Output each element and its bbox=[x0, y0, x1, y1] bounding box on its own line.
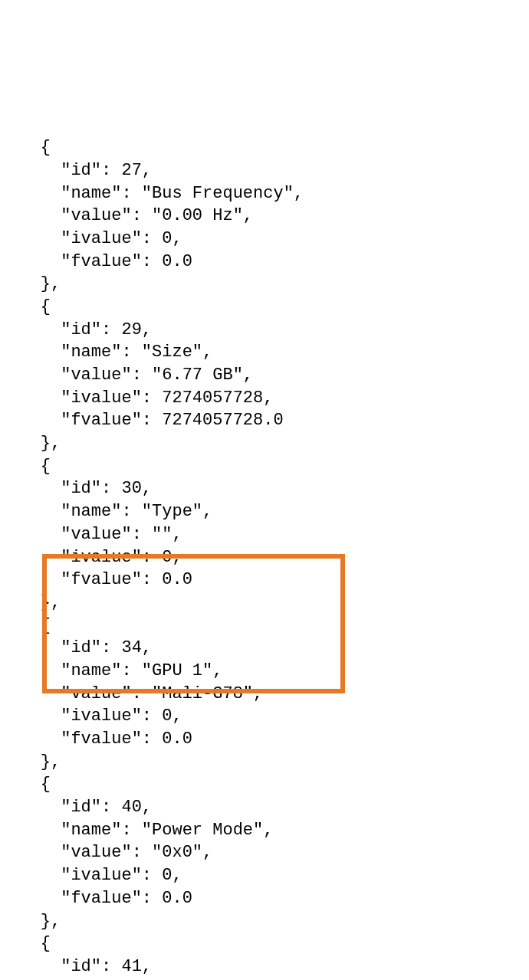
code-line: }, bbox=[0, 432, 529, 455]
code-line: "id": 40, bbox=[0, 796, 529, 819]
code-line: "name": "Size", bbox=[0, 341, 529, 364]
code-line: "id": 30, bbox=[0, 477, 529, 500]
code-line: { bbox=[0, 773, 529, 796]
code-line: { bbox=[0, 136, 529, 159]
code-line: "value": "0x0", bbox=[0, 841, 529, 864]
code-line: "ivalue": 0, bbox=[0, 228, 529, 251]
code-line: }, bbox=[0, 910, 529, 933]
code-line: "fvalue": 0.0 bbox=[0, 887, 529, 910]
code-line: "id": 41, bbox=[0, 955, 529, 978]
code-line: "value": "6.77 GB", bbox=[0, 364, 529, 387]
code-line: "id": 27, bbox=[0, 159, 529, 182]
code-line: "name": "GPU 1", bbox=[0, 660, 529, 683]
code-line: "ivalue": 0, bbox=[0, 546, 529, 569]
code-line: "fvalue": 0.0 bbox=[0, 251, 529, 274]
code-line: "id": 29, bbox=[0, 319, 529, 342]
code-line: "ivalue": 7274057728, bbox=[0, 387, 529, 410]
code-line: "name": "Bus Frequency", bbox=[0, 182, 529, 205]
code-line: { bbox=[0, 296, 529, 319]
code-line: }, bbox=[0, 273, 529, 296]
code-line: "fvalue": 0.0 bbox=[0, 569, 529, 592]
code-line: "value": "Mali-G78", bbox=[0, 683, 529, 706]
code-line: { bbox=[0, 932, 529, 955]
code-line: "ivalue": 0, bbox=[0, 864, 529, 887]
code-line: { bbox=[0, 455, 529, 478]
code-line: }, bbox=[0, 751, 529, 774]
code-line: { bbox=[0, 615, 529, 637]
code-line: "value": "0.00 Hz", bbox=[0, 205, 529, 228]
code-line: "id": 34, bbox=[0, 637, 529, 660]
code-line: }, bbox=[0, 592, 529, 615]
code-line: "name": "Power Mode", bbox=[0, 819, 529, 842]
json-code-block: { "id": 27, "name": "Bus Frequency", "va… bbox=[0, 91, 529, 980]
code-line: "name": "Type", bbox=[0, 500, 529, 523]
code-line: "fvalue": 7274057728.0 bbox=[0, 409, 529, 432]
code-line: "ivalue": 0, bbox=[0, 705, 529, 728]
code-line: "value": "", bbox=[0, 523, 529, 546]
code-line: "fvalue": 0.0 bbox=[0, 728, 529, 751]
